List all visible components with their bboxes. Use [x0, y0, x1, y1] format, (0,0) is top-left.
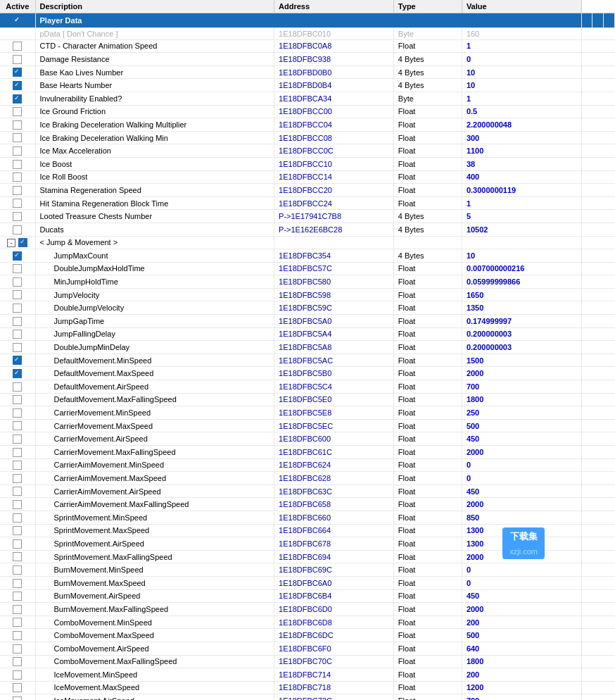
- active-checkbox[interactable]: [13, 81, 22, 90]
- active-checkbox[interactable]: [13, 435, 22, 444]
- table-row[interactable]: SprintMovement.AirSpeed1E18DFBC678Float1…: [0, 537, 615, 551]
- active-checkbox[interactable]: [13, 696, 22, 700]
- active-checkbox[interactable]: [13, 264, 22, 273]
- active-checkbox[interactable]: [13, 343, 22, 352]
- active-checkbox[interactable]: [13, 539, 22, 549]
- table-row[interactable]: DefaultMovement.AirSpeed1E18DFBC5C4Float…: [0, 380, 615, 394]
- active-checkbox[interactable]: [13, 133, 22, 142]
- active-checkbox[interactable]: [13, 225, 22, 235]
- active-checkbox[interactable]: [13, 500, 22, 509]
- table-row[interactable]: DoubleJumpVelocity1E18DFBC59CFloat1350: [0, 301, 615, 315]
- table-row[interactable]: Stamina Regeneration Speed1E18DFBCC20Flo…: [0, 184, 615, 197]
- table-row[interactable]: MinJumpHoldTime1E18DFBC580Float0.0599999…: [0, 275, 615, 289]
- active-checkbox[interactable]: [13, 16, 22, 25]
- table-row[interactable]: SprintMovement.MaxFallingSpeed1E18DFBC69…: [0, 550, 615, 563]
- table-row[interactable]: DefaultMovement.MaxSpeed1E18DFBC5B0Float…: [0, 367, 615, 380]
- table-row[interactable]: BurnMovement.AirSpeed1E18DFBC6B4Float450: [0, 589, 615, 603]
- table-row[interactable]: Ice Max Acceleration1E18DFBCC0CFloat1100: [0, 144, 615, 158]
- active-checkbox[interactable]: [13, 251, 22, 261]
- table-row[interactable]: Base Kao Lives Number1E18DFBD0B04 Bytes1…: [0, 65, 615, 79]
- table-row[interactable]: Ice Braking Deceleration Walking Multipl…: [0, 118, 615, 132]
- active-checkbox[interactable]: [13, 474, 22, 483]
- active-checkbox[interactable]: [13, 605, 22, 614]
- active-checkbox[interactable]: [13, 487, 22, 496]
- active-checkbox[interactable]: [13, 526, 22, 535]
- table-row[interactable]: CarrierMovement.MaxSpeed1E18DFBC5ECFloat…: [0, 419, 615, 432]
- table-row[interactable]: SprintMovement.MinSpeed1E18DFBC660Float8…: [0, 511, 615, 524]
- active-checkbox[interactable]: [13, 657, 22, 666]
- group-header-description[interactable]: < Jump & Movement >: [35, 236, 274, 249]
- active-checkbox[interactable]: [13, 330, 22, 339]
- active-checkbox[interactable]: [13, 277, 22, 287]
- table-row[interactable]: CarrierMovement.MinSpeed1E18DFBC5E8Float…: [0, 406, 615, 420]
- active-checkbox[interactable]: [13, 461, 22, 470]
- table-row[interactable]: Ice Ground Friction1E18DFBCC00Float0.5: [0, 105, 615, 118]
- table-row[interactable]: IceMovement.MinSpeed1E18DFBC714Float200: [0, 668, 615, 682]
- table-row[interactable]: BurnMovement.MaxSpeed1E18DFBC6A0Float0: [0, 576, 615, 589]
- group-checkbox[interactable]: [18, 238, 27, 247]
- active-checkbox[interactable]: [13, 199, 22, 208]
- active-checkbox[interactable]: [13, 592, 22, 601]
- active-checkbox[interactable]: [13, 356, 22, 365]
- table-row[interactable]: CarrierAimMovement.AirSpeed1E18DFBC63CFl…: [0, 485, 615, 498]
- table-row[interactable]: Hit Stamina Regeneration Block Time1E18D…: [0, 196, 615, 210]
- active-checkbox[interactable]: [13, 552, 22, 561]
- table-row[interactable]: DoubleJumpMinDelay1E18DFBC5A8Float0.2000…: [0, 341, 615, 354]
- active-checkbox[interactable]: [13, 68, 22, 77]
- active-checkbox[interactable]: [13, 304, 22, 313]
- table-row[interactable]: BurnMovement.MinSpeed1E18DFBC69CFloat0: [0, 563, 615, 577]
- table-row[interactable]: ComboMovement.MaxFallingSpeed1E18DFBC70C…: [0, 655, 615, 668]
- table-row[interactable]: CarrierAimMovement.MaxSpeed1E18DFBC628Fl…: [0, 472, 615, 485]
- active-checkbox[interactable]: [13, 317, 22, 326]
- table-row[interactable]: DucatsP->1E162E6BC284 Bytes10502: [0, 223, 615, 236]
- table-row[interactable]: IceMovement.AirSpeed1E18DFBC72CFloat700: [0, 694, 615, 700]
- table-row[interactable]: DefaultMovement.MaxFallingSpeed1E18DFBC5…: [0, 393, 615, 406]
- active-checkbox[interactable]: [13, 565, 22, 575]
- table-row[interactable]: SprintMovement.MaxSpeed1E18DFBC664Float1…: [0, 524, 615, 537]
- active-checkbox[interactable]: [13, 382, 22, 392]
- active-checkbox[interactable]: [13, 107, 22, 116]
- active-checkbox[interactable]: [13, 160, 22, 169]
- active-checkbox[interactable]: [13, 631, 22, 640]
- table-row[interactable]: -< Jump & Movement >: [0, 236, 615, 249]
- active-checkbox[interactable]: [13, 670, 22, 680]
- table-row[interactable]: ComboMovement.MaxSpeed1E18DFBC6DCFloat50…: [0, 629, 615, 642]
- active-checkbox[interactable]: [13, 644, 22, 654]
- table-row[interactable]: JumpGapTime1E18DFBC5A0Float0.174999997: [0, 315, 615, 328]
- table-row[interactable]: Looted Treasure Chests NumberP->1E17941C…: [0, 210, 615, 223]
- active-checkbox[interactable]: [13, 173, 22, 182]
- table-row[interactable]: Damage Resistance1E18DFBC9384 Bytes0: [0, 53, 615, 66]
- active-checkbox[interactable]: [13, 395, 22, 404]
- table-row[interactable]: ComboMovement.AirSpeed1E18DFBC6F0Float64…: [0, 642, 615, 655]
- table-row[interactable]: Invulnerability Enabled?1E18DFBCA34Byte1: [0, 92, 615, 105]
- active-checkbox[interactable]: [13, 618, 22, 627]
- table-row[interactable]: Ice Roll Boost1E18DFBCC14Float400: [0, 170, 615, 184]
- table-row[interactable]: JumpFallingDelay1E18DFBC5A4Float0.200000…: [0, 327, 615, 341]
- active-checkbox[interactable]: [13, 408, 22, 418]
- table-row[interactable]: JumpVelocity1E18DFBC598Float1650: [0, 288, 615, 301]
- table-row[interactable]: CTD - Character Animation Speed1E18DFBC0…: [0, 39, 615, 53]
- expand-icon[interactable]: -: [7, 239, 15, 247]
- table-row[interactable]: CarrierAimMovement.MinSpeed1E18DFBC624Fl…: [0, 458, 615, 472]
- table-row[interactable]: CarrierMovement.AirSpeed1E18DFBC600Float…: [0, 432, 615, 446]
- active-checkbox[interactable]: [13, 55, 22, 64]
- table-row[interactable]: IceMovement.MaxSpeed1E18DFBC718Float1200: [0, 681, 615, 694]
- table-row[interactable]: CarrierAimMovement.MaxFallingSpeed1E18DF…: [0, 498, 615, 511]
- table-row[interactable]: Ice Braking Deceleration Walking Min1E18…: [0, 131, 615, 144]
- table-row[interactable]: JumpMaxCount1E18DFBC3544 Bytes10: [0, 249, 615, 263]
- active-checkbox[interactable]: [13, 42, 22, 51]
- active-checkbox[interactable]: [13, 683, 22, 692]
- table-row[interactable]: Ice Boost1E18DFBCC10Float38: [0, 157, 615, 170]
- table-row[interactable]: BurnMovement.MaxFallingSpeed1E18DFBC6D0F…: [0, 603, 615, 616]
- table-row[interactable]: ComboMovement.MinSpeed1E18DFBC6D8Float20…: [0, 615, 615, 629]
- table-row[interactable]: DoubleJumpMaxHoldTime1E18DFBC57CFloat0.0…: [0, 262, 615, 275]
- active-checkbox[interactable]: [13, 120, 22, 130]
- active-checkbox[interactable]: [13, 186, 22, 195]
- active-checkbox[interactable]: [13, 146, 22, 156]
- table-row[interactable]: pData [ Don't Chance ]1E18DFBC010Byte160: [0, 27, 615, 39]
- active-checkbox[interactable]: [13, 513, 22, 523]
- table-row[interactable]: DefaultMovement.MinSpeed1E18DFBC5ACFloat…: [0, 354, 615, 367]
- active-checkbox[interactable]: [13, 448, 22, 457]
- table-row[interactable]: Player Data</span>: [0, 13, 615, 28]
- active-checkbox[interactable]: [13, 421, 22, 430]
